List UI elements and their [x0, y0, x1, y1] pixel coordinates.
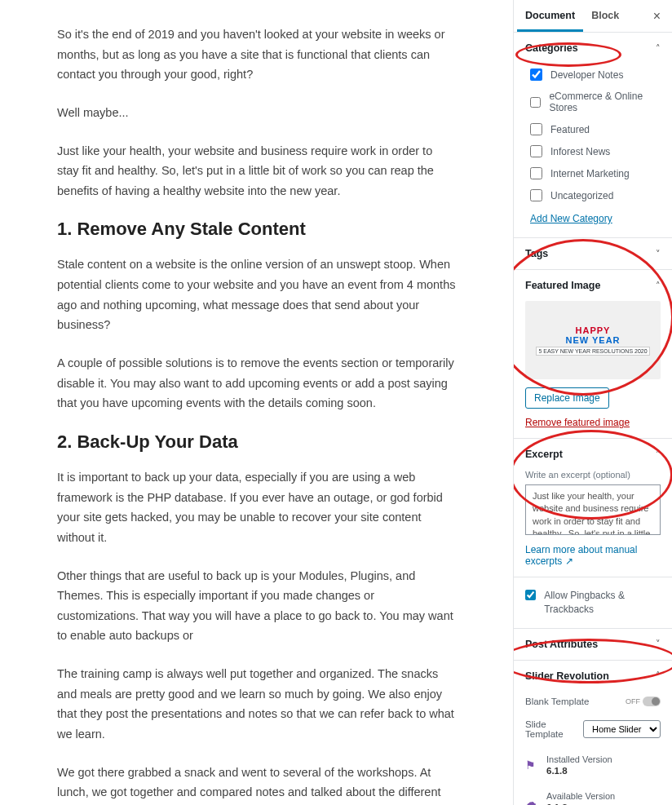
add-new-category-link[interactable]: Add New Category [530, 213, 612, 224]
category-checkbox[interactable] [530, 145, 542, 157]
paragraph[interactable]: So it's the end of 2019 and you haven't … [57, 24, 456, 85]
category-checkbox[interactable] [530, 123, 542, 135]
panel-tags: Tags ˅ [514, 238, 672, 270]
sidebar-tabs: Document Block × [514, 0, 672, 33]
paragraph[interactable]: Just like your health, your website and … [57, 141, 456, 201]
panel-head-post-attributes[interactable]: Post Attributes ˅ [514, 629, 672, 660]
panel-discussion: Allow Pingbacks & Trackbacks [514, 577, 672, 629]
category-row[interactable]: Inforest News [525, 140, 661, 162]
category-checkbox[interactable] [530, 96, 541, 108]
slide-template-select[interactable]: Home Slider [583, 720, 661, 738]
tab-block[interactable]: Block [583, 0, 627, 32]
paragraph[interactable]: Other things that are useful to back up … [57, 566, 456, 647]
excerpt-label: Write an excerpt (optional) [525, 470, 661, 480]
chevron-up-icon: ˄ [656, 43, 661, 54]
category-checkbox[interactable] [530, 69, 542, 81]
cloud-download-icon: ☁ [525, 795, 538, 805]
paragraph[interactable]: We got there grabbed a snack and went to… [57, 763, 456, 805]
editor-content[interactable]: So it's the end of 2019 and you haven't … [0, 0, 513, 805]
category-checkbox[interactable] [530, 167, 542, 179]
blank-template-label: Blank Template [525, 697, 589, 706]
category-row[interactable]: Uncategorized [525, 184, 661, 206]
paragraph[interactable]: Stale content on a website is the online… [57, 254, 456, 335]
chevron-up-icon: ˄ [656, 670, 661, 681]
learn-excerpts-link[interactable]: Learn more about manual excerpts ↗ [525, 544, 637, 567]
heading-1[interactable]: 1. Remove Any Stale Content [57, 219, 456, 240]
category-row[interactable]: Developer Notes [525, 64, 661, 86]
chevron-up-icon: ˄ [656, 281, 661, 291]
pingbacks-checkbox[interactable] [525, 589, 536, 601]
category-row[interactable]: Internet Marketing [525, 162, 661, 184]
panel-slider-revolution: Slider Revolution ˄ Blank Template OFF S… [514, 661, 672, 805]
chevron-up-icon: ˄ [656, 449, 661, 460]
tab-document[interactable]: Document [517, 0, 583, 32]
heading-2[interactable]: 2. Back-Up Your Data [57, 431, 456, 453]
settings-sidebar: Document Block × Categories ˄ Developer … [513, 0, 672, 805]
slide-template-label: Slide Template [525, 719, 583, 739]
paragraph[interactable]: Well maybe... [57, 103, 456, 123]
category-row[interactable]: Featured [525, 118, 661, 140]
paragraph[interactable]: The training camp is always well put tog… [57, 664, 456, 745]
category-row[interactable]: eCommerce & Online Stores [525, 86, 661, 118]
category-checkbox[interactable] [530, 189, 542, 201]
blank-template-toggle[interactable]: OFF [626, 697, 661, 706]
external-link-icon: ↗ [565, 555, 573, 567]
panel-categories: Categories ˄ Developer Notes eCommerce &… [514, 33, 672, 238]
chevron-down-icon: ˅ [656, 249, 661, 259]
panel-head-slider[interactable]: Slider Revolution ˄ [514, 661, 672, 692]
flag-icon: ⚑ [525, 759, 538, 772]
panel-featured-image: Featured Image ˄ HAPPY NEW YEAR 5 EASY N… [514, 270, 672, 439]
remove-featured-image-link[interactable]: Remove featured image [525, 417, 630, 428]
chevron-down-icon: ˅ [656, 639, 661, 649]
panel-head-featured[interactable]: Featured Image ˄ [514, 270, 672, 301]
replace-image-button[interactable]: Replace Image [525, 387, 609, 409]
panel-post-attributes: Post Attributes ˅ [514, 629, 672, 661]
close-sidebar-button[interactable]: × [645, 4, 669, 29]
excerpt-textarea[interactable] [525, 484, 661, 535]
panel-head-tags[interactable]: Tags ˅ [514, 238, 672, 269]
paragraph[interactable]: It is important to back up your data, es… [57, 467, 456, 548]
paragraph[interactable]: A couple of possible solutions is to rem… [57, 353, 456, 414]
panel-excerpt: Excerpt ˄ Write an excerpt (optional) Le… [514, 439, 672, 577]
panel-head-excerpt[interactable]: Excerpt ˄ [514, 439, 672, 470]
featured-image-preview[interactable]: HAPPY NEW YEAR 5 EASY NEW YEAR RESOLUTIO… [525, 301, 661, 379]
panel-head-categories[interactable]: Categories ˄ [514, 33, 672, 64]
